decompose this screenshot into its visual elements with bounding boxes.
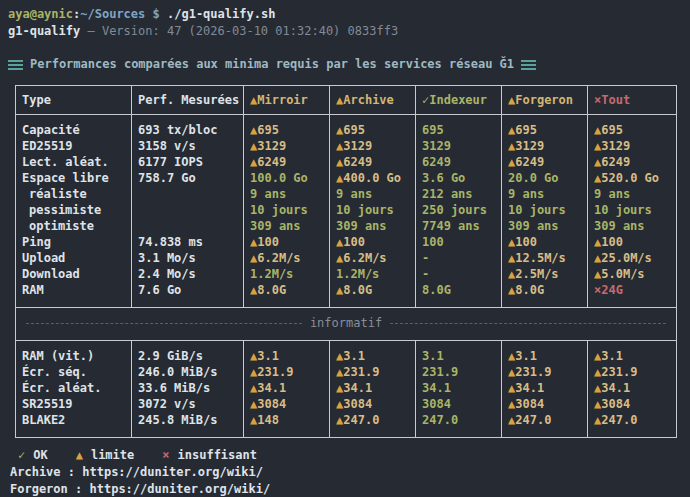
column-header: ▲Forgeron	[502, 86, 588, 115]
cell-value: 231.9	[515, 365, 551, 379]
value-cell: ▲8.0G	[330, 282, 416, 308]
table-row: réaliste9 ans9 ans212 ans9 ans9 ans	[16, 186, 677, 202]
value-cell: ▲3129	[588, 138, 677, 154]
prompt-path: ~/Sources	[80, 7, 145, 21]
archive-link-line: Archive : https://duniter.org/wiki/	[10, 464, 682, 481]
value-cell: ▲3084	[244, 396, 330, 412]
cell-value: 695	[515, 123, 537, 137]
column-header: ✓Indexeur	[416, 86, 502, 115]
cell-value: 1.2M/s	[250, 267, 293, 281]
cell-value: 3.1	[422, 349, 444, 363]
measured-cell: 693 tx/bloc	[132, 115, 244, 139]
value-cell: ▲3084	[502, 396, 588, 412]
cell-value: 8.0G	[343, 283, 372, 297]
cell-value: 231.9	[343, 365, 379, 379]
measured-cell: 6177 IOPS	[132, 154, 244, 170]
cell-value: 6249	[601, 155, 630, 169]
value-cell: ▲3129	[330, 138, 416, 154]
cell-value: 400.0 Go	[343, 171, 401, 185]
type-cell: Espace libre	[16, 170, 132, 186]
column-label: Mirroir	[257, 93, 308, 107]
separator-label: informatif	[310, 315, 382, 331]
value-cell: ▲5.0M/s	[588, 266, 677, 282]
value-cell: 695	[416, 115, 502, 139]
value-cell: 231.9	[416, 364, 502, 380]
column-header: Perf. Mesurées	[132, 86, 244, 115]
value-cell: ▲520.0 Go	[588, 170, 677, 186]
type-cell: réaliste	[16, 186, 132, 202]
value-cell: 100.0 Go	[244, 170, 330, 186]
value-cell: ▲231.9	[588, 364, 677, 380]
value-cell: ▲12.5M/s	[502, 250, 588, 266]
legend-label: limite	[91, 447, 134, 464]
cell-value: 7749 ans	[422, 219, 480, 233]
cell-value: 8.0G	[257, 283, 286, 297]
cell-value: 8.0G	[422, 283, 451, 297]
value-cell: ×24G	[588, 282, 677, 308]
cell-value: 695	[257, 123, 279, 137]
cell-value: 247.0	[515, 413, 551, 427]
forgeron-url[interactable]: https://duniter.org/wiki/	[89, 482, 270, 496]
value-cell: ▲231.9	[330, 364, 416, 380]
separator-dash	[26, 323, 302, 324]
value-cell: 100	[416, 234, 502, 250]
column-label: Type	[22, 93, 51, 107]
cell-value: 309 ans	[508, 219, 559, 233]
cell-value: 247.0	[343, 413, 379, 427]
cell-value: 9 ans	[508, 187, 544, 201]
table-row: Lect. aléat.6177 IOPS▲6249▲62496249▲6249…	[16, 154, 677, 170]
value-cell: 10 jours	[502, 202, 588, 218]
heading-text: Performances comparées aux minima requis…	[30, 56, 514, 73]
value-cell: ▲695	[330, 115, 416, 139]
cell-value: 6249	[343, 155, 372, 169]
cell-value: 12.5M/s	[515, 251, 566, 265]
legend-ok: ✓OK	[18, 447, 48, 464]
cell-value: 3.1	[257, 349, 279, 363]
type-cell: pessimiste	[16, 202, 132, 218]
cell-value: 3084	[515, 397, 544, 411]
cell-value: 3084	[343, 397, 372, 411]
value-cell: ▲100	[502, 234, 588, 250]
value-cell: ▲6.2M/s	[244, 250, 330, 266]
type-cell: ED25519	[16, 138, 132, 154]
value-cell: 212 ans	[416, 186, 502, 202]
cell-value: 309 ans	[336, 219, 387, 233]
value-cell: ▲3084	[330, 396, 416, 412]
terminal-window[interactable]: aya@aynic:~/Sources $ ./g1-qualify.sh g1…	[0, 0, 690, 497]
cell-value: 9 ans	[250, 187, 286, 201]
archive-url[interactable]: https://duniter.org/wiki/	[82, 465, 263, 479]
type-cell: RAM (vit.)	[16, 341, 132, 365]
cell-value: 34.1	[601, 381, 630, 395]
value-cell: ▲100	[330, 234, 416, 250]
cell-value: 695	[422, 123, 444, 137]
value-cell: ▲3.1	[244, 341, 330, 365]
cell-value: 3.6 Go	[422, 171, 465, 185]
forgeron-link-label: Forgeron :	[10, 482, 89, 496]
separator-dash	[390, 323, 666, 324]
cell-value: 3.1	[515, 349, 537, 363]
cell-value: 9 ans	[336, 187, 372, 201]
cell-value: 3129	[422, 139, 451, 153]
value-cell: ▲247.0	[588, 412, 677, 438]
measured-cell: 3158 v/s	[132, 138, 244, 154]
table-row: Download2.4 Mo/s1.2M/s1.2M/s-▲2.5M/s▲5.0…	[16, 266, 677, 282]
value-cell: 309 ans	[330, 218, 416, 234]
forgeron-link-line: Forgeron : https://duniter.org/wiki/	[10, 481, 682, 497]
menu-bars-icon	[521, 59, 536, 70]
value-cell: ▲100	[588, 234, 677, 250]
value-cell: 1.2M/s	[244, 266, 330, 282]
cell-value: 3.1	[343, 349, 365, 363]
type-cell: Download	[16, 266, 132, 282]
value-cell: 309 ans	[588, 218, 677, 234]
type-cell: optimiste	[16, 218, 132, 234]
cell-value: 6.2M/s	[343, 251, 386, 265]
cell-value: 3.1	[601, 349, 623, 363]
cell-value: 212 ans	[422, 187, 473, 201]
cell-value: 695	[343, 123, 365, 137]
value-cell: 34.1	[416, 380, 502, 396]
value-cell: 10 jours	[588, 202, 677, 218]
measured-cell: 246.0 MiB/s	[132, 364, 244, 380]
cell-value: 100	[515, 235, 537, 249]
cell-value: 100	[601, 235, 623, 249]
perf-table: TypePerf. Mesurées▲Mirroir▲Archive✓Index…	[15, 85, 677, 438]
